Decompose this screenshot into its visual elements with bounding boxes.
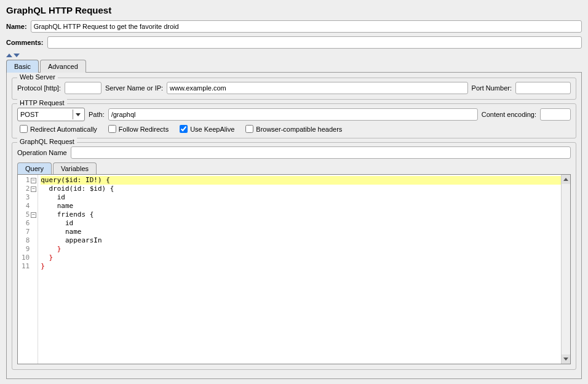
keepalive-checkbox[interactable] <box>180 125 188 133</box>
code-line: query($id: ID!) { <box>41 176 110 184</box>
basic-tab-body: Web Server Protocol [http]: Server Name … <box>6 72 582 379</box>
main-tabs: Basic Advanced <box>6 60 582 73</box>
operation-name-input[interactable] <box>71 146 571 159</box>
code-line: friends { <box>41 210 93 218</box>
browser-headers-label: Browser-compatible headers <box>256 126 342 133</box>
encoding-input[interactable] <box>540 108 571 121</box>
encoding-label: Content encoding: <box>482 111 536 118</box>
follow-redirects-checkbox[interactable] <box>108 125 116 133</box>
editor-gutter: 1 2 3 4 5 6 7 8 9 10 11 <box>18 175 38 364</box>
code-line: } <box>41 254 53 262</box>
comments-input[interactable] <box>47 36 582 49</box>
tab-query[interactable]: Query <box>17 162 52 174</box>
path-input[interactable] <box>108 108 478 121</box>
comments-row: Comments: <box>6 36 582 49</box>
method-select[interactable]: POST <box>17 108 85 121</box>
http-options-row: Redirect Automatically Follow Redirects … <box>17 125 571 133</box>
keepalive-label: Use KeepAlive <box>190 126 234 133</box>
follow-redirects-label: Follow Redirects <box>119 126 169 133</box>
name-label: Name: <box>6 23 27 30</box>
web-server-legend: Web Server <box>17 73 58 81</box>
method-select-wrap: POST <box>17 108 85 121</box>
code-line: id <box>41 219 73 227</box>
arrow-up-icon <box>6 54 12 57</box>
editor-scrollbar[interactable] <box>561 175 570 364</box>
redirect-auto-label: Redirect Automatically <box>30 126 97 133</box>
http-request-fieldset: HTTP Request POST Path: Content encoding… <box>12 103 576 138</box>
port-input[interactable] <box>515 82 571 94</box>
redirect-auto-checkbox[interactable] <box>20 125 28 133</box>
code-line: appearsIn <box>41 236 101 244</box>
panel-title: GraphQL HTTP Request <box>6 5 582 15</box>
server-label: Server Name or IP: <box>105 84 163 92</box>
fold-icon[interactable] <box>31 212 36 218</box>
operation-name-label: Operation Name <box>17 149 67 156</box>
code-line: id <box>41 193 65 201</box>
name-row: Name: <box>6 20 582 33</box>
editor-code[interactable]: query($id: ID!) { droid(id: $id) { id na… <box>38 175 570 364</box>
code-line: name <box>41 228 81 236</box>
name-input[interactable] <box>31 20 582 33</box>
fold-icon[interactable] <box>31 178 36 183</box>
http-request-legend: HTTP Request <box>17 99 67 106</box>
comments-label: Comments: <box>6 39 44 46</box>
code-line: } <box>41 262 45 270</box>
scroll-down-icon[interactable] <box>562 354 570 364</box>
graphql-legend: GraphQL Request <box>17 138 77 145</box>
server-input[interactable] <box>167 82 468 94</box>
browser-headers-checkbox[interactable] <box>245 125 253 133</box>
graphql-request-fieldset: GraphQL Request Operation Name Query Var… <box>12 142 576 370</box>
main-tab-container: Basic Advanced Web Server Protocol [http… <box>6 60 582 379</box>
collapse-toggle[interactable] <box>6 54 582 57</box>
query-editor[interactable]: 1 2 3 4 5 6 7 8 9 10 11 query($id: ID!) … <box>17 174 571 364</box>
arrow-down-icon <box>14 54 20 57</box>
tab-variables[interactable]: Variables <box>53 162 97 174</box>
graphql-http-request-panel: GraphQL HTTP Request Name: Comments: Bas… <box>0 0 588 384</box>
protocol-label: Protocol [http]: <box>17 84 61 92</box>
port-label: Port Number: <box>472 84 512 92</box>
protocol-input[interactable] <box>65 82 101 94</box>
code-line: } <box>41 245 61 253</box>
code-line: name <box>41 202 73 210</box>
graphql-inner-tabs: Query Variables <box>17 162 571 174</box>
tab-advanced[interactable]: Advanced <box>40 60 86 73</box>
web-server-fieldset: Web Server Protocol [http]: Server Name … <box>12 78 576 100</box>
path-label: Path: <box>89 111 105 118</box>
tab-basic[interactable]: Basic <box>6 60 39 73</box>
fold-icon[interactable] <box>31 186 36 192</box>
code-line: droid(id: $id) { <box>41 185 114 193</box>
scroll-up-icon[interactable] <box>562 175 570 184</box>
